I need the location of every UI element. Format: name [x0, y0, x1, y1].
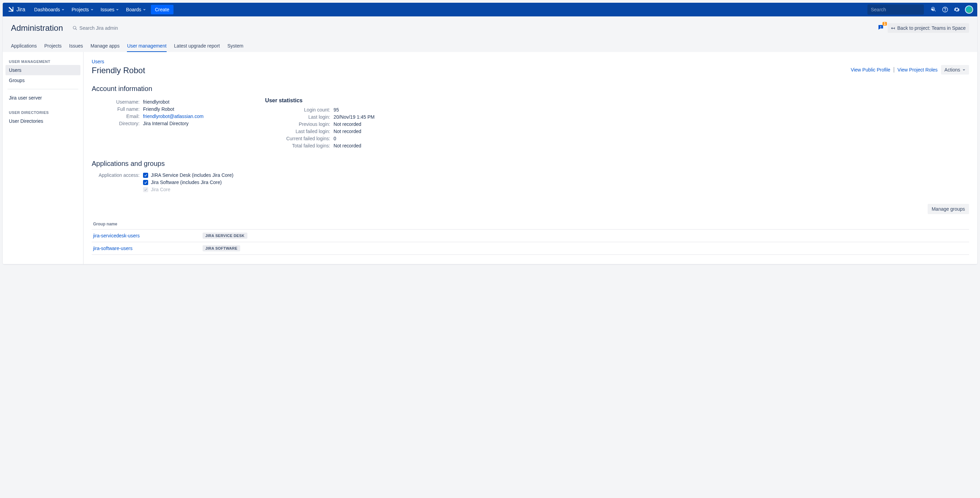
admin-tab-user-management[interactable]: User management	[127, 40, 166, 52]
feedback-badge: 1	[883, 22, 887, 25]
back-to-project-link[interactable]: ↤ Back to project: Teams in Space	[888, 23, 969, 33]
global-search[interactable]	[867, 5, 924, 15]
stat-label: Previous login:	[265, 121, 330, 127]
field-value: friendlyrobot	[143, 99, 169, 105]
sidebar-item-user-directories[interactable]: User Directories	[5, 116, 80, 126]
admin-title: Administration	[11, 23, 63, 33]
nav-item-issues[interactable]: Issues	[98, 5, 122, 14]
top-nav: Jira Dashboards Projects Issues Boards C…	[3, 3, 977, 16]
stat-value: Not recorded	[334, 121, 361, 127]
checkbox-label: Jira Software (includes Jira Core)	[151, 179, 222, 185]
gear-icon[interactable]	[953, 6, 960, 13]
group-row: jira-servicedesk-usersJIRA SERVICE DESK	[92, 230, 969, 242]
checkbox-icon	[143, 180, 148, 185]
manage-groups-button[interactable]: Manage groups	[928, 204, 969, 214]
chevron-down-icon	[90, 7, 94, 12]
svg-rect-7	[880, 27, 881, 28]
jira-icon	[7, 5, 15, 14]
group-badge: JIRA SOFTWARE	[202, 245, 240, 251]
global-search-input[interactable]	[871, 7, 931, 12]
nav-item-projects[interactable]: Projects	[69, 5, 97, 14]
stat-value: Not recorded	[334, 143, 361, 148]
app-access-checkbox: Jira Core	[143, 187, 233, 192]
search-icon	[73, 25, 77, 30]
back-arrow-icon: ↤	[891, 25, 895, 31]
view-public-profile-link[interactable]: View Public Profile	[851, 67, 890, 73]
stat-label: Last login:	[265, 114, 330, 120]
sidebar: USER MANAGEMENT UsersGroups Jira user se…	[3, 52, 83, 264]
chevron-down-icon	[143, 7, 146, 12]
actions-dropdown[interactable]: Actions	[941, 65, 969, 75]
actions-label: Actions	[944, 67, 960, 73]
checkbox-icon	[143, 187, 148, 192]
admin-tab-applications[interactable]: Applications	[11, 40, 37, 52]
admin-search-placeholder: Search Jira admin	[80, 25, 118, 31]
stat-label: Total failed logins:	[265, 143, 330, 148]
field-label: Username:	[92, 99, 140, 105]
stat-label: Login count:	[265, 107, 330, 113]
admin-tab-projects[interactable]: Projects	[45, 40, 62, 52]
account-info-heading: Account information	[92, 85, 969, 93]
nav-item-dashboards[interactable]: Dashboards	[32, 5, 68, 14]
svg-point-4	[73, 26, 76, 29]
admin-search[interactable]: Search Jira admin	[73, 25, 118, 31]
app-access-checkbox[interactable]: JIRA Service Desk (includes Jira Core)	[143, 172, 233, 178]
admin-tab-system[interactable]: System	[227, 40, 243, 52]
chevron-down-icon	[962, 67, 966, 73]
stat-value: 20/Nov/19 1:45 PM	[334, 114, 375, 120]
stat-label: Current failed logins:	[265, 136, 330, 141]
jira-logo[interactable]: Jira	[7, 5, 25, 14]
logo-text: Jira	[16, 6, 25, 13]
create-button[interactable]: Create	[151, 5, 173, 14]
svg-point-3	[945, 11, 945, 11]
svg-rect-6	[880, 25, 881, 27]
app-access-checkbox[interactable]: Jira Software (includes Jira Core)	[143, 179, 233, 185]
sidebar-item-groups[interactable]: Groups	[5, 75, 80, 86]
stat-value: 95	[334, 107, 339, 113]
user-avatar[interactable]	[965, 5, 973, 14]
megaphone-icon[interactable]	[930, 6, 937, 13]
field-label: Full name:	[92, 106, 140, 112]
admin-tab-issues[interactable]: Issues	[69, 40, 83, 52]
sidebar-section-user-mgmt: USER MANAGEMENT	[5, 57, 80, 65]
admin-tab-manage-apps[interactable]: Manage apps	[91, 40, 120, 52]
stat-value: Not recorded	[334, 128, 361, 134]
sidebar-item-jira-user-server[interactable]: Jira user server	[5, 93, 80, 103]
admin-header: Administration Search Jira admin 1 ↤ Bac…	[3, 16, 977, 52]
checkbox-label: Jira Core	[151, 187, 170, 192]
apps-groups-heading: Applications and groups	[92, 160, 969, 168]
user-stats-heading: User statistics	[265, 97, 375, 104]
nav-item-boards[interactable]: Boards	[123, 5, 148, 14]
app-access-label: Application access:	[92, 172, 140, 192]
page-title: Friendly Robot	[92, 66, 145, 75]
field-label: Directory:	[92, 121, 140, 126]
stat-label: Last failed login:	[265, 128, 330, 134]
main-content: Users Friendly Robot View Public Profile…	[83, 52, 977, 264]
feedback-icon[interactable]: 1	[877, 24, 884, 32]
checkbox-icon	[143, 173, 148, 178]
admin-tab-latest-upgrade-report[interactable]: Latest upgrade report	[174, 40, 220, 52]
group-badge: JIRA SERVICE DESK	[202, 233, 247, 239]
chevron-down-icon	[116, 7, 119, 12]
field-label: Email:	[92, 114, 140, 119]
chevron-down-icon	[61, 7, 65, 12]
help-icon[interactable]	[942, 6, 948, 13]
sidebar-section-directories: USER DIRECTORIES	[5, 108, 80, 116]
sidebar-item-users[interactable]: Users	[5, 65, 80, 75]
field-value[interactable]: friendlyrobot@atlassian.com	[143, 114, 204, 119]
view-project-roles-link[interactable]: View Project Roles	[897, 67, 937, 73]
back-label: Back to project: Teams in Space	[897, 25, 966, 31]
group-table-header: Group name	[92, 219, 969, 230]
breadcrumb-users[interactable]: Users	[92, 59, 969, 64]
field-value: Friendly Robot	[143, 106, 174, 112]
group-name-link[interactable]: jira-servicedesk-users	[93, 233, 202, 238]
checkbox-label: JIRA Service Desk (includes Jira Core)	[151, 172, 233, 178]
field-value: Jira Internal Directory	[143, 121, 189, 126]
group-row: jira-software-usersJIRA SOFTWARE	[92, 242, 969, 255]
svg-line-5	[76, 29, 77, 30]
stat-value: 0	[334, 136, 336, 141]
group-name-link[interactable]: jira-software-users	[93, 246, 202, 251]
